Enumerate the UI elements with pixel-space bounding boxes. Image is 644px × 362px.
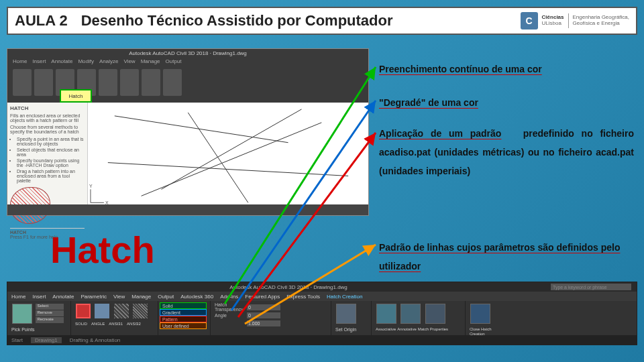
annotation-pattern: Aplicação de um padrão predefinido no fi… [379,124,634,180]
tab-parametric[interactable]: Parametric [80,294,107,300]
swatch-ansi31[interactable] [133,304,148,318]
tab-addins[interactable]: Add-ins [220,294,238,300]
set-origin-button[interactable] [336,304,356,324]
lesson-number: AULA 2 [15,12,68,29]
transparency-field[interactable]: 0 [247,304,280,310]
tab-home[interactable]: Home [11,294,25,300]
associative-button[interactable] [376,304,396,324]
pattern-type-user[interactable]: User defined [160,322,207,329]
tab-modify[interactable]: Modify [78,58,94,64]
match-props-button[interactable] [425,304,445,324]
annotative-button[interactable] [400,304,421,324]
hatch-heading: Hatch [50,228,155,272]
close-hatch-button[interactable] [470,304,490,324]
tab-hatch-creation[interactable]: Hatch Creation [327,294,362,300]
command-line[interactable] [7,204,368,215]
pattern-type-solid[interactable]: Solid [160,302,207,309]
autocad-tabs: Home Insert Annotate Modify Analyze View… [13,58,182,64]
tab-annotate[interactable]: Annotate [51,58,72,64]
pattern-type-pattern[interactable]: Pattern [160,316,207,322]
tab-manage[interactable]: Manage [131,294,151,300]
ribbon-btn[interactable] [163,69,182,96]
pick-points-button[interactable] [12,304,32,324]
svg-line-0 [115,116,288,143]
ribbon-btn[interactable] [34,69,53,96]
autocad-window-title: Autodesk AutoCAD Civil 3D 2018 · Drawing… [129,50,247,56]
tab-express[interactable]: Express Tools [286,294,320,300]
tab-view[interactable]: View [113,294,125,300]
annotation-user-defined: Padrão de linhas cujos parâmetros são de… [379,238,634,276]
annotation-gradient: "Degradé" de uma cor [379,94,634,112]
ribbon-tabs: Home Insert Annotate Parametric View Man… [7,292,637,301]
group-origin: Set Origin Origin [331,301,372,335]
autocad-ribbon-area: Autodesk AutoCAD Civil 3D 2018 · Drawing… [7,49,368,103]
tab-featured[interactable]: Featured Apps [245,294,280,300]
svg-text:Y: Y [89,184,93,188]
autocad-screenshot-top: Autodesk AutoCAD Civil 3D 2018 · Drawing… [7,48,369,216]
group-pattern: SOLID ANGLE ANSI31 ANSI32 Pattern [71,301,158,335]
svg-line-2 [188,113,248,202]
annotation-solid-fill: Preenchimento contínuo de uma cor [379,60,634,78]
logo-c-icon: C [521,12,538,29]
tab-annotate[interactable]: Annotate [52,294,74,300]
status-bar: Start Drawing1 Drafting & Annotation [7,335,637,345]
scale-field[interactable]: 1.000 [247,320,280,326]
angle-field[interactable]: 0 [247,312,280,318]
hatch-button-highlight[interactable]: Hatch [60,89,92,103]
tab-output[interactable]: Output [166,58,182,64]
tab-analyze[interactable]: Analyze [99,58,118,64]
swatch-user[interactable] [76,304,91,318]
ribbon-btn[interactable] [13,69,32,96]
group-close: Close Hatch Creation Close [466,301,506,335]
autocad-canvas[interactable]: Y X [88,103,368,215]
tab-insert[interactable]: Insert [32,58,46,64]
tab-view[interactable]: View [123,58,135,64]
slide-title: Desenho Técnico Assistido por Computador [81,12,521,29]
pattern-type-gradient[interactable]: Gradient [160,309,207,316]
tab-home[interactable]: Home [13,58,27,64]
tab-insert[interactable]: Insert [32,294,46,300]
autocad-hatch-ribbon: Autodesk AutoCAD Civil 3D 2018 · Drawing… [7,282,637,345]
ribbon-btn[interactable] [99,69,117,96]
search-input[interactable]: Type a keyword or phrase [551,284,631,290]
remove-button[interactable]: Remove [36,310,64,316]
tab-a360[interactable]: Autodesk 360 [180,294,213,300]
hatch-tooltip: HATCH Fills an enclosed area or selected… [7,103,88,215]
tab-manage[interactable]: Manage [141,58,160,64]
tab-output[interactable]: Output [158,294,174,300]
institution-logo: C Ciências ULisboa Engenharia Geográfica… [521,12,629,29]
recreate-button[interactable]: Recreate [36,317,64,323]
select-button[interactable]: Select [36,304,64,310]
group-options: Associative Annotative Match Properties … [372,301,466,335]
group-properties: Hatch Transparency0 Angle0 1.000 Propert… [211,301,331,335]
group-boundaries: Select Remove Recreate Pick Points Bound… [7,301,71,335]
swatch-angle[interactable] [114,304,129,318]
ribbon-btn[interactable] [142,69,160,96]
ribbon-btn[interactable] [120,69,139,96]
swatch-solid[interactable] [95,304,109,318]
pattern-type-dropdown[interactable]: Solid Gradient Pattern User defined [158,301,211,335]
svg-line-3 [108,163,348,176]
slide-header: AULA 2 Desenho Técnico Assistido por Com… [7,7,637,35]
